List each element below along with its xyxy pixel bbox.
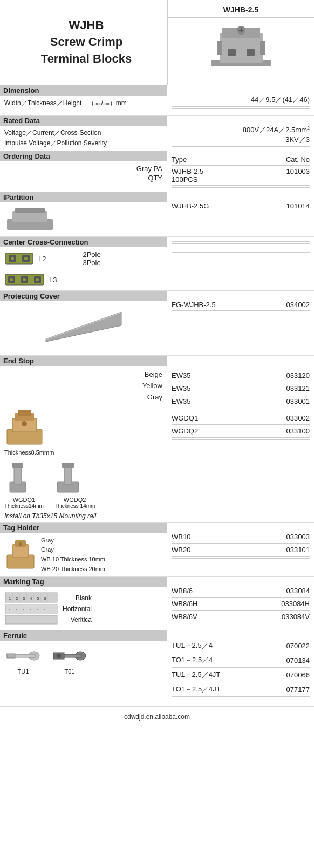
partition-image-area xyxy=(4,206,162,234)
beige-label: Beige xyxy=(4,369,162,381)
tu125-cat: 070022 xyxy=(286,642,310,650)
partition-left: IPartition xyxy=(0,192,167,236)
to1-image xyxy=(51,645,88,667)
svg-rect-44 xyxy=(5,615,57,624)
marking-image: 1 2 3 4 5 6 · · · · · · xyxy=(4,590,58,628)
partition-part-row: WJHB-2.5G 101014 xyxy=(172,194,310,210)
wb20-cat: 033101 xyxy=(286,546,310,554)
gray2-text: Gray xyxy=(41,546,54,553)
svg-text:·: · xyxy=(16,607,17,612)
marking-rows: WB8/6 033084 WB8/6H 033084H WB8/6V 03308… xyxy=(172,579,310,623)
cover-left: Protecting Cover xyxy=(0,291,167,355)
svg-text:2: 2 xyxy=(16,596,18,601)
to125jt-cat: 077177 xyxy=(286,686,310,694)
wgdq-image-row: WGDQ1 Thickness14mm WGDQ2 Thickness 14mm xyxy=(4,460,162,509)
endstop-rule1 xyxy=(172,382,310,382)
dimension-right: 44／9.5／(41／46) xyxy=(167,85,314,115)
partition-rule2 xyxy=(172,214,310,214)
marking-tag-section: Marking Tag 1 2 3 xyxy=(0,577,314,630)
wb10-part: WB10 xyxy=(172,533,190,541)
ferrule-rule3 xyxy=(172,682,310,682)
svg-rect-6 xyxy=(217,41,222,55)
wb20-part: WB20 xyxy=(172,546,190,554)
wb20-row: WB20 033101 xyxy=(172,545,310,554)
marking-rule2 xyxy=(172,610,310,611)
tu1-area: TU1 xyxy=(4,645,42,675)
to125-row: TO1－2.5／4 070134 xyxy=(172,655,310,666)
cross-rule1 xyxy=(172,241,310,242)
cover-rule2 xyxy=(172,313,310,313)
wb86v-cat: 033084V xyxy=(282,613,310,621)
protecting-cover-section: Protecting Cover FG-WJHB-2.5 034002 xyxy=(0,291,314,356)
svg-text:·: · xyxy=(9,607,10,612)
svg-rect-8 xyxy=(228,49,236,56)
header-section: WJHB Screw Crimp Terminal Blocks WJHB-2.… xyxy=(0,0,314,85)
ferrule-rows: TU1－2.5／4 070022 TO1－2.5／4 070134 TU1－2.… xyxy=(172,633,310,697)
endstop-wgdq1-row: WGDQ1 033002 xyxy=(172,413,310,423)
tagholder-gray1: Gray xyxy=(41,536,105,546)
svg-point-23 xyxy=(23,278,26,281)
cat1: 101003 xyxy=(286,167,310,175)
tu125jt-row: TU1－2.5／4JT 070066 xyxy=(172,669,310,680)
install-label: Install on Th35x15 Mounting rail xyxy=(4,512,162,520)
ew35-2: EW35 xyxy=(172,384,190,392)
cross-l2-image xyxy=(4,251,34,266)
cross-l3-label: L3 xyxy=(49,276,57,284)
svg-rect-65 xyxy=(7,654,15,658)
tagholder-gray2: Gray xyxy=(41,545,105,555)
ew35-3: EW35 xyxy=(172,397,190,405)
marking-left: Marking Tag 1 2 3 xyxy=(0,577,167,630)
rated-section: Rated Data Voltage／Current／Cross-Section… xyxy=(0,116,314,151)
endstop-rows: EW35 033120 EW35 033121 EW35 033001 WGDQ… xyxy=(172,358,310,444)
product-image-area xyxy=(202,18,281,80)
impulse-value: 3KV／3 xyxy=(172,135,310,145)
wgdq1-thick: Thickness14mm xyxy=(4,503,44,509)
wb86-row: WB8/6 033084 xyxy=(172,586,310,595)
catno-header: Cat. No xyxy=(286,155,310,164)
wb86h-row: WB8/6H 033084H xyxy=(172,599,310,608)
qty-val: 100PCS xyxy=(172,175,310,184)
tagholder-right: WB10 033003 WB20 033101 xyxy=(167,523,314,576)
cross-l2-label: L2 xyxy=(38,255,46,263)
cover-rule4 xyxy=(172,317,310,317)
svg-rect-43 xyxy=(5,605,57,613)
ordering-row1: WJHB-2.5 101003 xyxy=(172,167,310,175)
cross-l3-row: L3 xyxy=(4,272,162,287)
ferrule-rule2 xyxy=(172,667,310,668)
order-rule1 xyxy=(172,165,310,166)
svg-text:·: · xyxy=(23,607,24,612)
partition-heading: IPartition xyxy=(0,192,167,202)
ferrule-rule4 xyxy=(172,696,310,697)
svg-point-31 xyxy=(22,421,27,426)
cat1: 033120 xyxy=(286,371,310,379)
rated-heading: Rated Data xyxy=(0,116,167,126)
end-stop-section: End Stop Beige Yellow Gray Thickness8.5m… xyxy=(0,356,314,522)
dim-rule2 xyxy=(172,109,310,109)
tagholder-rule1 xyxy=(172,543,310,544)
cross-left: Center Cross-Connection L2 2Pole 3Pole xyxy=(0,237,167,290)
blank-label: Blank xyxy=(63,593,92,603)
wgdq1-label: WGDQ1 xyxy=(4,497,44,503)
svg-rect-33 xyxy=(14,465,22,484)
svg-rect-37 xyxy=(62,463,74,468)
rated-left: Rated Data Voltage／Current／Cross-Section… xyxy=(0,116,167,151)
horiz-label: Horizontal xyxy=(63,603,92,614)
dimension-left: Dimension Width／Thickness／Height （㎜/㎜）mm xyxy=(0,85,167,115)
partition-right: WJHB-2.5G 101014 xyxy=(167,192,314,236)
ferrule-heading: Ferrule xyxy=(0,630,167,641)
product-image xyxy=(206,22,276,76)
cross-rule4 xyxy=(172,248,310,248)
wb10-cat: 033003 xyxy=(286,533,310,541)
marking-heading: Marking Tag xyxy=(0,577,167,587)
wgdq1-image xyxy=(4,460,31,495)
ferrule-left: Ferrule TU1 xyxy=(0,630,167,706)
cat2: 033121 xyxy=(286,384,310,392)
wgdq1-area: WGDQ1 Thickness14mm xyxy=(4,460,44,509)
cover-right: FG-WJHB-2.5 034002 xyxy=(167,291,314,355)
voltage-value: 800V／24A／2.5mm2 xyxy=(243,126,310,134)
wgdq1-part: WGDQ1 xyxy=(172,414,198,422)
type1: WJHB-2.5 xyxy=(172,167,203,175)
svg-point-24 xyxy=(36,278,39,281)
cross-right xyxy=(167,237,314,290)
title-line1: WJHB xyxy=(41,17,132,34)
